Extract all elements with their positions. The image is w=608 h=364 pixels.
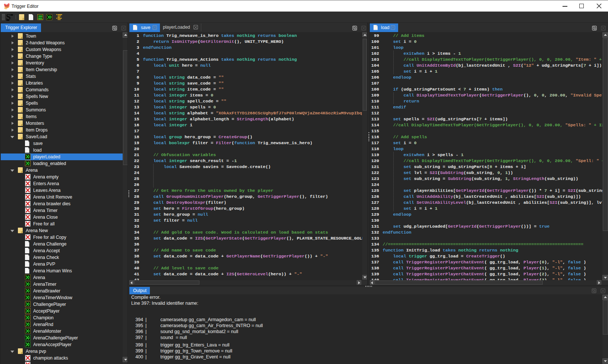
svg-text:0101: 0101 [38, 17, 42, 20]
